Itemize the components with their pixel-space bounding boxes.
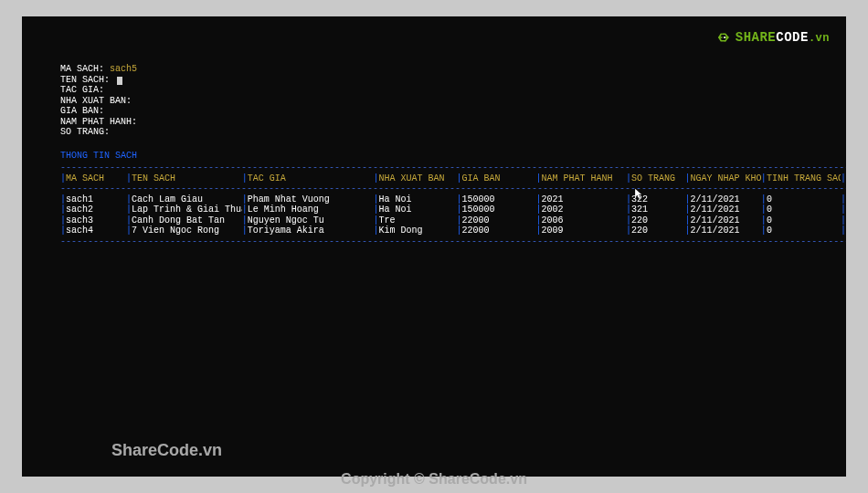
- column-divider: |: [841, 205, 846, 215]
- form-field[interactable]: TEN SACH:: [60, 75, 846, 86]
- table-cell: Lap Trinh & Giai Thuat: [132, 205, 242, 215]
- table-cell: Nguyen Ngoc Tu: [248, 215, 374, 226]
- column-header: TEN SACH: [132, 173, 242, 184]
- table-cell: 22000: [461, 226, 535, 236]
- table-cell: 2/11/2021: [691, 194, 761, 205]
- table-cell: 0: [767, 226, 841, 236]
- field-label: NHA XUAT BAN:: [60, 96, 132, 106]
- table-cell: sach4: [66, 226, 126, 236]
- column-divider: |: [841, 215, 846, 226]
- divider-bottom: ----------------------------------------…: [60, 236, 846, 247]
- logo-text-vn: .vn: [809, 32, 830, 45]
- field-label: NAM PHAT HANH:: [60, 117, 137, 127]
- console-window: SHARECODE.vn MA SACH: sach5TEN SACH: TAC…: [22, 16, 846, 477]
- table-cell: Kim Dong: [379, 226, 457, 236]
- table-cell: Cach Lam Giau: [132, 194, 242, 205]
- column-header: MA SACH: [66, 173, 126, 184]
- brand-logo: SHARECODE.vn: [716, 29, 830, 46]
- recycle-icon: [716, 29, 733, 46]
- table-row: |sach3|Canh Dong Bat Tan|Nguyen Ngoc Tu|…: [60, 215, 846, 226]
- table-cell: 2006: [542, 215, 626, 226]
- column-header: NHA XUAT BAN: [379, 173, 457, 184]
- column-header: TINH TRANG SACH: [767, 173, 841, 184]
- table-header-row: |MA SACH|TEN SACH|TAC GIA|NHA XUAT BAN|G…: [60, 173, 846, 184]
- table-cell: Le Minh Hoang: [248, 205, 374, 215]
- table-cell: 2/11/2021: [691, 215, 761, 226]
- table-cell: 2/11/2021: [691, 205, 761, 215]
- table-cell: 2009: [542, 226, 626, 236]
- table-cell: Canh Dong Bat Tan: [132, 215, 242, 226]
- table-cell: 2021: [542, 194, 626, 205]
- column-header: SO TRANG: [631, 173, 684, 184]
- table-row: |sach4|7 Vien Ngoc Rong|Toriyama Akira|K…: [60, 226, 846, 236]
- logo-text-code: CODE: [776, 30, 809, 45]
- table-cell: Toriyama Akira: [248, 226, 374, 236]
- column-header: TAC GIA: [248, 173, 374, 184]
- table-cell: 0: [767, 215, 841, 226]
- field-value: sach5: [110, 64, 137, 74]
- divider-middle: ----------------------------------------…: [60, 184, 846, 194]
- logo-text-share: SHARE: [736, 30, 777, 45]
- column-header: GIA BAN: [461, 173, 535, 184]
- table-cell: Tre: [379, 215, 457, 226]
- text-cursor: [117, 77, 122, 85]
- table-cell: Pham Nhat Vuong: [248, 194, 374, 205]
- column-divider: |: [841, 194, 846, 205]
- table-cell: 150000: [461, 205, 535, 215]
- table-cell: sach1: [66, 194, 126, 205]
- table-cell: sach2: [66, 205, 126, 215]
- table-cell: 2002: [542, 205, 626, 215]
- column-header: NGAY NHAP KHO: [691, 173, 761, 184]
- form-field[interactable]: SO TRANG:: [60, 127, 846, 138]
- column-divider: |: [841, 226, 846, 236]
- watermark-text: ShareCode.vn: [111, 441, 222, 460]
- field-label: GIA BAN:: [60, 106, 104, 116]
- form-field[interactable]: NAM PHAT HANH:: [60, 117, 846, 128]
- field-label: TAC GIA:: [60, 85, 104, 95]
- table-cell: sach3: [66, 215, 126, 226]
- table-cell: 0: [767, 205, 841, 215]
- field-label: SO TRANG:: [60, 127, 110, 137]
- input-form: MA SACH: sach5TEN SACH: TAC GIA: NHA XUA…: [60, 64, 846, 138]
- table-cell: Ha Noi: [379, 205, 457, 215]
- form-field[interactable]: NHA XUAT BAN:: [60, 96, 846, 107]
- field-label: MA SACH:: [60, 64, 104, 74]
- table-cell: 0: [767, 194, 841, 205]
- copyright-text: Copyright © ShareCode.vn: [341, 471, 527, 488]
- table-cell: 2/11/2021: [691, 226, 761, 236]
- table-cell: 321: [631, 205, 684, 215]
- table-row: |sach2|Lap Trinh & Giai Thuat|Le Minh Ho…: [60, 205, 846, 215]
- column-header: NAM PHAT HANH: [542, 173, 626, 184]
- section-title: THONG TIN SACH: [60, 151, 846, 162]
- field-label: TEN SACH:: [60, 75, 110, 85]
- table-cell: 220: [631, 226, 684, 236]
- form-field[interactable]: TAC GIA:: [60, 85, 846, 96]
- svg-point-0: [724, 37, 725, 38]
- form-field[interactable]: GIA BAN:: [60, 106, 846, 117]
- table-cell: 220: [631, 215, 684, 226]
- book-table: ----------------------------------------…: [60, 163, 846, 246]
- table-cell: 22000: [461, 215, 535, 226]
- table-row: |sach1|Cach Lam Giau|Pham Nhat Vuong|Ha …: [60, 194, 846, 205]
- divider-top: ----------------------------------------…: [60, 163, 846, 173]
- table-cell: 322: [631, 194, 684, 205]
- table-cell: Ha Noi: [379, 194, 457, 205]
- table-cell: 7 Vien Ngoc Rong: [132, 226, 242, 236]
- table-cell: 150000: [461, 194, 535, 205]
- column-divider: |: [841, 173, 846, 184]
- form-field[interactable]: MA SACH: sach5: [60, 64, 846, 75]
